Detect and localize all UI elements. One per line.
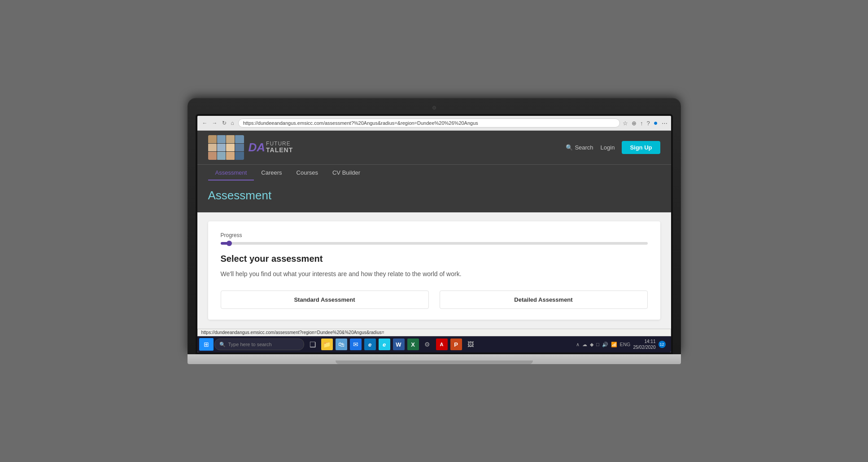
- clock-date: 25/02/2020: [633, 344, 655, 350]
- site-header: DA future TALENT 🔍 Search Login: [197, 131, 671, 164]
- taskbar-clock: 14:11 25/02/2020: [633, 339, 655, 350]
- back-button[interactable]: ←: [201, 120, 209, 126]
- bookmark-icon[interactable]: ☆: [623, 120, 628, 127]
- taskview-icon[interactable]: ❑: [307, 339, 318, 350]
- site-logo: DA future TALENT: [208, 135, 293, 160]
- taskbar: ⊞ 🔍 Type here to search ❑ 📁 🛍 ✉ e e W X: [197, 336, 671, 352]
- search-label: Search: [575, 144, 593, 151]
- photo-4: [235, 135, 244, 143]
- tray-expand[interactable]: ∧: [576, 342, 580, 348]
- notification-badge[interactable]: 12: [659, 341, 666, 348]
- screen: ← → ↻ ⌂ https://dundeeandangus.emsicc.co…: [197, 116, 671, 352]
- acrobat-icon[interactable]: A: [436, 339, 448, 350]
- ie-icon[interactable]: e: [379, 339, 390, 350]
- settings-icon[interactable]: ⚙: [422, 339, 433, 350]
- tray-icon-1[interactable]: □: [596, 342, 599, 347]
- photo-11: [226, 152, 235, 160]
- browser-circle-icon: ●: [654, 119, 658, 127]
- speaker-icon[interactable]: 🔊: [602, 342, 608, 348]
- powerpoint-icon[interactable]: P: [450, 339, 462, 350]
- logo-da-text: DA: [249, 141, 266, 154]
- detailed-assessment[interactable]: Detailed Assessment: [440, 290, 648, 309]
- word-icon[interactable]: W: [393, 339, 405, 350]
- home-button[interactable]: ⌂: [230, 120, 236, 126]
- forward-button[interactable]: →: [211, 120, 219, 126]
- browser-nav-buttons: ← → ↻ ⌂: [201, 120, 236, 126]
- photo-10: [217, 152, 226, 160]
- camera: [432, 106, 436, 110]
- photo-12: [235, 152, 244, 160]
- photo-8: [235, 144, 244, 152]
- store-icon[interactable]: 🛍: [336, 339, 347, 350]
- logo-text: DA future TALENT: [249, 141, 293, 154]
- laptop: ← → ↻ ⌂ https://dundeeandangus.emsicc.co…: [188, 98, 681, 364]
- progress-track: [221, 242, 648, 245]
- extensions-icon[interactable]: ⊕: [632, 120, 637, 127]
- help-icon[interactable]: ?: [647, 120, 650, 127]
- search-icon: 🔍: [566, 144, 573, 151]
- nav-item-cv-builder[interactable]: CV Builder: [325, 165, 367, 180]
- system-tray: ∧ ☁ ◆ □ 🔊 📶 ENG 14:11 25/02/2020 12: [572, 339, 669, 350]
- signup-button[interactable]: Sign Up: [622, 141, 660, 154]
- share-icon[interactable]: ↑: [640, 120, 643, 127]
- page-title: Assessment: [208, 189, 660, 202]
- card-description: We'll help you find out what your intere…: [221, 269, 648, 279]
- status-bar-tooltip: https://dundeeandangus.emsicc.com/assess…: [197, 329, 671, 336]
- more-icon[interactable]: ⋯: [662, 120, 667, 127]
- start-button[interactable]: ⊞: [199, 338, 214, 351]
- logo-photo-collage: [208, 135, 244, 160]
- page-dark-section: Assessment: [197, 180, 671, 212]
- browser-chrome: ← → ↻ ⌂ https://dundeeandangus.emsicc.co…: [197, 116, 671, 131]
- photo-3: [226, 135, 235, 143]
- wifi-icon[interactable]: 📶: [611, 342, 617, 348]
- progress-dot: [227, 241, 232, 246]
- taskbar-icons: ❑ 📁 🛍 ✉ e e W X ⚙ A P 🖼: [305, 339, 478, 350]
- dropbox-icon[interactable]: ◆: [590, 342, 593, 348]
- progress-fill: [221, 242, 229, 245]
- photo-7: [226, 144, 235, 152]
- taskbar-search-placeholder: Type here to search: [228, 342, 272, 347]
- logo-future-talent: future TALENT: [266, 141, 293, 154]
- login-button[interactable]: Login: [601, 144, 615, 151]
- nav-item-assessment[interactable]: Assessment: [208, 165, 254, 180]
- page-light-section: Progress Select your assessment We'll he…: [197, 212, 671, 329]
- assessment-card: Progress Select your assessment We'll he…: [208, 221, 660, 320]
- onedrive-icon[interactable]: ☁: [582, 342, 587, 348]
- photo-5: [208, 144, 217, 152]
- excel-icon[interactable]: X: [407, 339, 419, 350]
- site-nav: Assessment Careers Courses CV Builder: [197, 164, 671, 180]
- photo-2: [217, 135, 226, 143]
- search-button[interactable]: 🔍 Search: [566, 144, 593, 151]
- file-explorer-icon[interactable]: 📁: [321, 339, 333, 350]
- photo-6: [217, 144, 226, 152]
- url-bar[interactable]: https://dundeeandangus.emsicc.com/assess…: [238, 119, 620, 128]
- taskbar-search-icon: 🔍: [219, 342, 226, 348]
- laptop-lid: ← → ↻ ⌂ https://dundeeandangus.emsicc.co…: [188, 98, 681, 354]
- screen-bezel: ← → ↻ ⌂ https://dundeeandangus.emsicc.co…: [196, 114, 673, 354]
- refresh-button[interactable]: ↻: [221, 120, 228, 126]
- clock-time: 14:11: [633, 339, 655, 344]
- mail-icon[interactable]: ✉: [350, 339, 362, 350]
- card-main-title: Select your assessment: [221, 254, 648, 264]
- progress-label: Progress: [221, 232, 648, 238]
- assessment-types: Standard Assessment Detailed Assessment: [221, 286, 648, 309]
- taskbar-search[interactable]: 🔍 Type here to search: [214, 339, 304, 350]
- edge-icon[interactable]: e: [364, 339, 376, 350]
- lang-label: ENG: [620, 342, 631, 347]
- standard-assessment[interactable]: Standard Assessment: [221, 290, 429, 309]
- browser-toolbar-icons: ☆ ⊕ ↑ ? ● ⋯: [623, 119, 667, 127]
- nav-item-careers[interactable]: Careers: [254, 165, 289, 180]
- header-right: 🔍 Search Login Sign Up: [566, 141, 660, 154]
- nav-item-courses[interactable]: Courses: [289, 165, 325, 180]
- photos-icon[interactable]: 🖼: [465, 339, 476, 350]
- laptop-base: [188, 354, 681, 364]
- photo-9: [208, 152, 217, 160]
- logo-talent-label: TALENT: [266, 147, 293, 154]
- photo-1: [208, 135, 217, 143]
